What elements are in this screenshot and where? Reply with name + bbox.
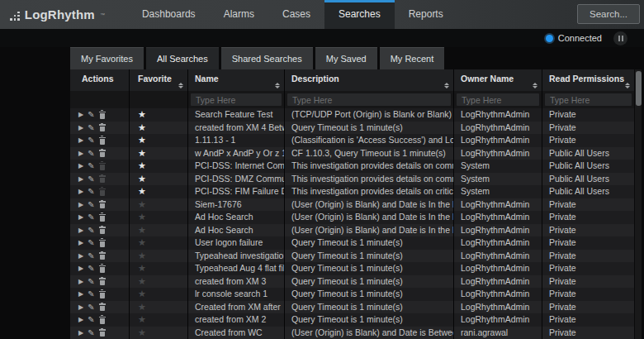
edit-search-icon[interactable]: ✎ xyxy=(88,122,94,135)
favorite-star-icon[interactable]: ★ xyxy=(138,237,146,248)
favorite-star-icon[interactable]: ★ xyxy=(138,212,146,222)
column-header-favorite[interactable]: Favorite xyxy=(130,69,187,91)
table-row[interactable]: ▶ ✎ ★ PCI-DSS: DMZ Communic... This inve… xyxy=(70,173,634,186)
delete-search-icon[interactable] xyxy=(99,328,106,337)
table-row[interactable]: ▶ ✎ ★ Typeahead Aug 4 flat file Query Ti… xyxy=(70,262,634,275)
table-row[interactable]: ▶ ✎ ★ Typeahead investigation ... Query … xyxy=(70,250,634,263)
edit-search-icon[interactable]: ✎ xyxy=(88,185,94,198)
run-search-icon[interactable]: ▶ xyxy=(78,301,83,314)
sort-icon[interactable] xyxy=(178,83,183,89)
table-row[interactable]: ▶ ✎ ★ PCI-DSS: Internet Comm... This inv… xyxy=(70,160,634,173)
edit-search-icon[interactable]: ✎ xyxy=(88,301,94,314)
edit-search-icon[interactable]: ✎ xyxy=(88,288,94,301)
run-search-icon[interactable]: ▶ xyxy=(78,108,83,122)
run-search-icon[interactable]: ▶ xyxy=(78,173,83,186)
nav-tab-alarms[interactable]: Alarms xyxy=(210,0,268,29)
sort-icon[interactable] xyxy=(444,83,449,89)
run-search-icon[interactable]: ▶ xyxy=(78,122,83,135)
column-header-owner-name[interactable]: Owner Name xyxy=(454,69,542,91)
favorite-star-icon[interactable]: ★ xyxy=(138,314,146,325)
subtab-shared-searches[interactable]: Shared Searches xyxy=(221,47,313,69)
run-search-icon[interactable]: ▶ xyxy=(78,198,83,212)
column-header-name[interactable]: Name xyxy=(188,69,284,91)
delete-search-icon[interactable] xyxy=(99,162,106,170)
scrollbar-thumb[interactable] xyxy=(636,71,642,106)
table-row[interactable]: ▶ ✎ ★ Search Feature Test (TCP/UDP Port … xyxy=(70,108,634,122)
run-search-icon[interactable]: ▶ xyxy=(78,211,83,224)
table-row[interactable]: ▶ ✎ ★ Ad Hoc Search (User (Origin) is Bl… xyxy=(70,224,634,237)
edit-search-icon[interactable]: ✎ xyxy=(88,275,94,289)
edit-search-icon[interactable]: ✎ xyxy=(88,211,94,224)
column-header-read-permissions[interactable]: Read Permissions xyxy=(542,69,634,91)
global-search-button[interactable]: Search... xyxy=(577,4,640,24)
nav-tab-reports[interactable]: Reports xyxy=(395,0,457,29)
favorite-star-icon[interactable]: ★ xyxy=(138,289,146,299)
table-row[interactable]: ▶ ✎ ★ Created from WC (User (Origin) is … xyxy=(70,327,634,339)
delete-search-icon[interactable] xyxy=(99,303,106,311)
delete-search-icon[interactable] xyxy=(99,265,106,273)
edit-search-icon[interactable]: ✎ xyxy=(88,236,94,250)
favorite-star-icon[interactable]: ★ xyxy=(138,160,146,171)
edit-search-icon[interactable]: ✎ xyxy=(88,134,94,147)
edit-search-icon[interactable]: ✎ xyxy=(88,224,94,237)
read-permissions-filter-input[interactable] xyxy=(545,93,632,106)
run-search-icon[interactable]: ▶ xyxy=(78,134,83,147)
table-row[interactable]: ▶ ✎ ★ Ad Hoc Search (User (Origin) is Bl… xyxy=(70,211,634,224)
delete-search-icon[interactable] xyxy=(99,239,106,247)
delete-search-icon[interactable] xyxy=(99,251,106,260)
run-search-icon[interactable]: ▶ xyxy=(78,275,83,289)
table-row[interactable]: ▶ ✎ ★ Siem-17676 (User (Origin) is Blank… xyxy=(70,198,634,212)
delete-search-icon[interactable] xyxy=(99,277,106,285)
delete-search-icon[interactable] xyxy=(99,149,106,157)
sort-icon[interactable] xyxy=(533,83,537,89)
sort-icon[interactable] xyxy=(625,83,630,89)
run-search-icon[interactable]: ▶ xyxy=(78,313,83,327)
run-search-icon[interactable]: ▶ xyxy=(78,236,83,250)
delete-search-icon[interactable] xyxy=(99,226,106,234)
table-row[interactable]: ▶ ✎ ★ lr console search 1 Query Timeout … xyxy=(70,288,634,301)
favorite-star-icon[interactable]: ★ xyxy=(138,225,146,236)
delete-search-icon[interactable] xyxy=(99,111,106,119)
delete-search-icon[interactable] xyxy=(99,174,106,183)
table-row[interactable]: ▶ ✎ ★ created from XM 2 Query Timeout is… xyxy=(70,313,634,327)
favorite-star-icon[interactable]: ★ xyxy=(138,251,146,261)
run-search-icon[interactable]: ▶ xyxy=(78,262,83,275)
column-header-description[interactable]: Description xyxy=(285,69,453,91)
pause-updates-button[interactable] xyxy=(613,31,627,45)
favorite-star-icon[interactable]: ★ xyxy=(138,135,146,146)
edit-search-icon[interactable]: ✎ xyxy=(88,327,94,339)
delete-search-icon[interactable] xyxy=(99,213,106,222)
favorite-star-icon[interactable]: ★ xyxy=(138,263,146,274)
run-search-icon[interactable]: ▶ xyxy=(78,185,83,198)
favorite-star-icon[interactable]: ★ xyxy=(138,276,146,287)
table-row[interactable]: ▶ ✎ ★ User logon failure Query Timeout i… xyxy=(70,236,634,250)
table-row[interactable]: ▶ ✎ ★ created from XM 3 Query Timeout is… xyxy=(70,275,634,289)
delete-search-icon[interactable] xyxy=(99,200,106,208)
favorite-star-icon[interactable]: ★ xyxy=(138,174,146,184)
delete-search-icon[interactable] xyxy=(99,290,106,298)
edit-search-icon[interactable]: ✎ xyxy=(88,262,94,275)
nav-tab-cases[interactable]: Cases xyxy=(268,0,324,29)
run-search-icon[interactable]: ▶ xyxy=(78,160,83,173)
favorite-star-icon[interactable]: ★ xyxy=(138,199,146,210)
run-search-icon[interactable]: ▶ xyxy=(78,147,83,160)
sort-icon[interactable] xyxy=(275,83,280,89)
delete-search-icon[interactable] xyxy=(99,136,106,145)
vertical-scrollbar[interactable] xyxy=(635,69,642,339)
table-row[interactable]: ▶ ✎ ★ Created from XM after Query Timeou… xyxy=(70,301,634,314)
subtab-my-favorites[interactable]: My Favorites xyxy=(70,47,144,69)
delete-search-icon[interactable] xyxy=(99,316,106,324)
owner-filter-input[interactable] xyxy=(457,93,539,106)
favorite-star-icon[interactable]: ★ xyxy=(138,109,146,120)
edit-search-icon[interactable]: ✎ xyxy=(88,147,94,160)
table-row[interactable]: ▶ ✎ ★ created from XM 4 Betw... Query Ti… xyxy=(70,122,634,135)
favorite-star-icon[interactable]: ★ xyxy=(138,302,146,313)
description-filter-input[interactable] xyxy=(287,93,451,106)
run-search-icon[interactable]: ▶ xyxy=(78,250,83,263)
nav-tab-searches[interactable]: Searches xyxy=(324,0,395,29)
run-search-icon[interactable]: ▶ xyxy=(78,327,83,339)
favorite-star-icon[interactable]: ★ xyxy=(138,327,146,338)
subtab-my-saved[interactable]: My Saved xyxy=(315,47,377,69)
favorite-star-icon[interactable]: ★ xyxy=(138,148,146,159)
edit-search-icon[interactable]: ✎ xyxy=(88,173,94,186)
